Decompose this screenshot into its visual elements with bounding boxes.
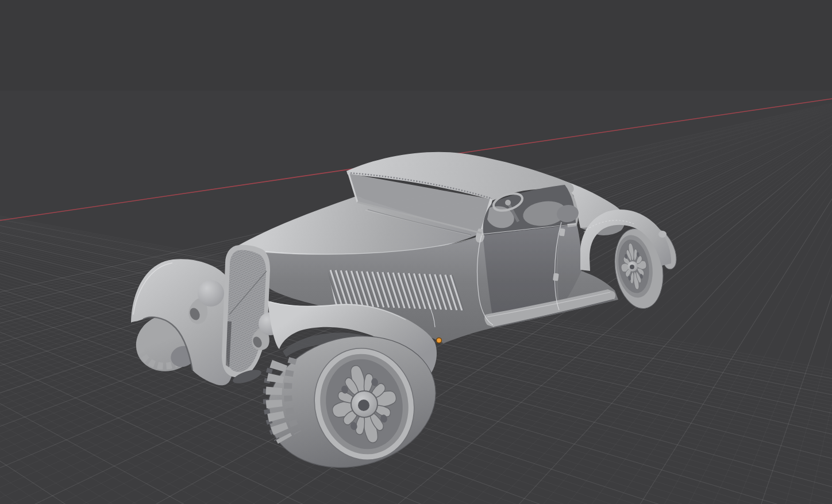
rear-hub-center (630, 265, 634, 269)
steering-hub (505, 200, 511, 206)
hinge-upper (559, 228, 565, 237)
left-headlight-pod (198, 280, 224, 307)
3d-viewport[interactable] (0, 0, 832, 504)
horizon-fade (0, 91, 832, 200)
viewport-canvas[interactable] (0, 0, 832, 504)
taillight (658, 231, 667, 238)
front-hub-center (358, 400, 369, 411)
object-origin-marker (437, 338, 442, 343)
hinge-lower (553, 273, 559, 281)
